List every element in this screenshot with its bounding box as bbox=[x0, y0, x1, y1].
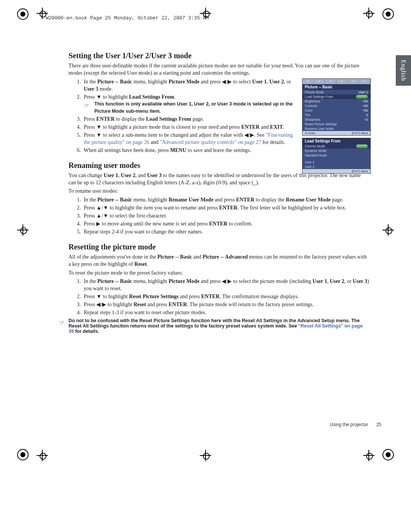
step: Repeat steps 2-4 if you want to change t… bbox=[82, 228, 369, 236]
osd-row-label: Cinema Mode bbox=[305, 144, 325, 148]
link-advanced-controls[interactable]: "Advanced picture quality controls" on p… bbox=[160, 139, 261, 145]
step: Press ▼ to highlight Load Settings From.… bbox=[82, 94, 297, 115]
osd-row-label: Contrast bbox=[305, 104, 317, 108]
osd-row-label: Sharpness bbox=[305, 118, 320, 121]
osd-row-label: Color bbox=[305, 109, 312, 112]
crop-mark bbox=[382, 449, 394, 460]
osd-enter-badge: ENTER bbox=[356, 95, 368, 99]
step: In the Picture -- Basic menu, highlight … bbox=[82, 278, 369, 292]
registration-mark bbox=[363, 450, 374, 461]
section3-steps: In the Picture -- Basic menu, highlight … bbox=[68, 278, 369, 316]
step: In the Picture -- Basic menu, highlight … bbox=[82, 78, 297, 93]
crop-mark bbox=[17, 8, 29, 20]
osd-title: Load Settings From bbox=[303, 138, 370, 144]
registration-mark bbox=[200, 450, 211, 461]
osd-row-label: Rename User Mode bbox=[305, 127, 334, 131]
step: Press ▼ to select a sub-menu item to be … bbox=[82, 132, 297, 146]
section3-lead: To reset the picture mode to the preset … bbox=[68, 270, 369, 277]
osd-row-label: Brightness bbox=[305, 99, 320, 103]
osd-footer-right: (EXIT) Back bbox=[352, 131, 368, 135]
section1-intro: There are three user-definable modes if … bbox=[68, 62, 369, 77]
hand-icon: ☞ bbox=[84, 101, 89, 110]
section3-intro: All of the adjustments you've done in th… bbox=[68, 254, 369, 268]
step: Repeat steps 1-3 if you want to reset ot… bbox=[82, 309, 369, 316]
osd-title: Picture -- Basic bbox=[303, 84, 370, 90]
registration-mark bbox=[37, 8, 48, 19]
section2-lead: To rename user modes: bbox=[68, 188, 369, 195]
language-tab: English bbox=[396, 55, 411, 86]
section1-steps: In the Picture -- Basic menu, highlight … bbox=[68, 78, 297, 154]
step: When all settings have been done, press … bbox=[82, 147, 297, 154]
osd-row-val: +50 bbox=[363, 99, 368, 103]
page-footer: Using the projector 25 bbox=[330, 422, 381, 427]
osd-row-label: Reset Picture Settings bbox=[305, 122, 337, 126]
registration-mark bbox=[363, 8, 374, 19]
osd-row-label: Dynamic Mode bbox=[305, 149, 327, 153]
step: Press ▶ to move along until the new name… bbox=[82, 220, 369, 228]
osd-screenshots: ✦✦✦✦✦✦ Picture -- Basic Picture ModeUser… bbox=[302, 78, 370, 176]
step: Press ▼ to highlight Reset Picture Setti… bbox=[82, 293, 369, 300]
osd-row-label: Picture Mode bbox=[305, 90, 324, 94]
osd-footer-left: S-Video bbox=[305, 131, 315, 135]
step: In the Picture -- Basic menu, highlight … bbox=[82, 197, 369, 204]
osd-footer-right: (EXIT) Back bbox=[352, 169, 368, 173]
page: W20000-en.book Page 25 Monday, October 2… bbox=[0, 0, 411, 532]
osd-row-val: +2 bbox=[364, 118, 368, 121]
step: Press ▲/▼ to highlight the item you want… bbox=[82, 204, 369, 212]
registration-mark bbox=[37, 450, 48, 461]
osd-row-label: Load Settings From bbox=[305, 95, 333, 99]
osd-picture-basic: ✦✦✦✦✦✦ Picture -- Basic Picture ModeUser… bbox=[302, 78, 371, 136]
osd-row-label: User 2 bbox=[305, 160, 314, 164]
osd-row-val: +50 bbox=[363, 104, 368, 108]
section2-steps: In the Picture -- Basic menu, highlight … bbox=[68, 197, 369, 235]
osd-row-label: User 3 bbox=[305, 165, 314, 169]
heading-setting-user-mode: Setting the User 1/User 2/User 3 mode bbox=[68, 51, 369, 60]
step: Press ▲/▼ to select the first character. bbox=[82, 212, 369, 220]
osd-row-label: Standard Mode bbox=[305, 153, 327, 157]
crop-mark bbox=[17, 449, 29, 460]
osd-row-val: 0 bbox=[366, 113, 368, 117]
step: Press ENTER to display the Load Settings… bbox=[82, 116, 297, 123]
osd-load-settings: Load Settings From Cinema ModeENTER Dyna… bbox=[302, 138, 371, 174]
crop-mark bbox=[382, 8, 394, 20]
note: ☞ This function is only available when U… bbox=[84, 101, 297, 115]
reset-note: ☞ Do not to be confused with the Reset P… bbox=[59, 318, 369, 334]
heading-resetting: Resetting the picture mode bbox=[68, 243, 369, 251]
footer-label: Using the projector bbox=[330, 422, 368, 427]
osd-enter-badge: ENTER bbox=[356, 144, 368, 148]
registration-mark bbox=[200, 8, 211, 19]
registration-mark bbox=[17, 224, 29, 236]
osd-row-label: Tint bbox=[305, 113, 310, 117]
page-number: 25 bbox=[376, 422, 381, 427]
step: Press ◀/▶ to highlight Reset and press E… bbox=[82, 301, 369, 308]
hand-icon: ☞ bbox=[59, 319, 65, 326]
step: Press ▼ to highlight a picture mode that… bbox=[82, 124, 297, 131]
osd-row-val: User 1 bbox=[358, 90, 368, 94]
osd-row-val: +50 bbox=[363, 109, 368, 112]
registration-mark bbox=[382, 224, 394, 236]
